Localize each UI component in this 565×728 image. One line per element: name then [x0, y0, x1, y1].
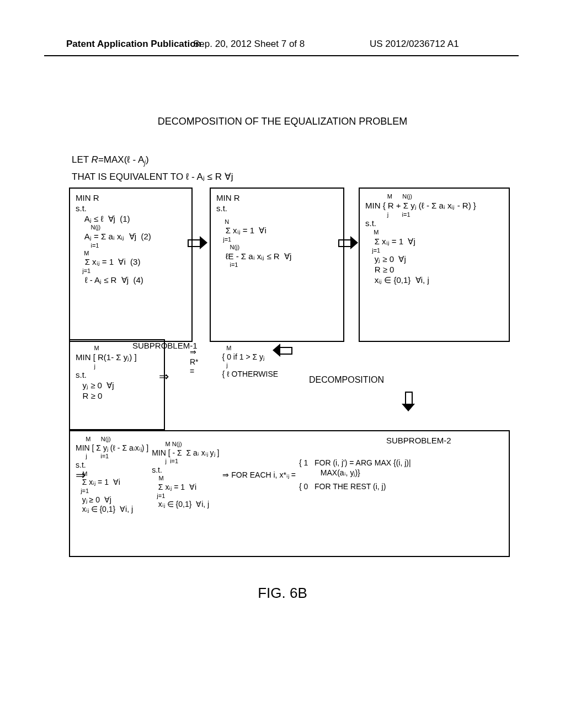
eq-text: MIN R — [216, 193, 338, 204]
header-right: US 2012/0236712 A1 — [370, 39, 459, 50]
arrow-right-icon — [188, 237, 204, 247]
implies-icon: ⇒ — [159, 370, 169, 384]
eq-text: R ≥ 0 — [365, 265, 503, 275]
eq-text: M N(j) — [76, 436, 148, 443]
eq-text: Σ xᵢⱼ = 1 ∀j — [365, 237, 503, 247]
figure-caption: FIG. 6B — [0, 585, 565, 602]
eq-text: j=1 — [76, 488, 148, 495]
sub2-col-2: M N(j) MIN [ - Σ Σ aᵢ xᵢⱼ yⱼ ] j i=1 s.t… — [152, 441, 219, 510]
formulation-box-3: M N(j) MIN { R + Σ yⱼ (ℓ - Σ aᵢ xᵢⱼ - R)… — [359, 188, 510, 342]
eq-text: j — [76, 363, 158, 371]
eq-text: R ≥ 0 — [76, 391, 158, 402]
eq-text: j=1 — [365, 247, 503, 255]
eq-text: N(j) — [76, 224, 186, 232]
eq-text: ℓE - Σ aᵢ xᵢⱼ ≤ R ∀j — [216, 251, 338, 262]
eq-text: MIN { R + Σ yⱼ (ℓ - Σ aᵢ xᵢⱼ - R) } — [365, 201, 503, 211]
eq-text: MIN [ R(1- Σ yⱼ) ] — [76, 352, 158, 363]
sub2-col-1: M N(j) MIN [ Σ yⱼ (ℓ - Σ aᵢxᵢⱼ) ] j i=1 … — [76, 436, 148, 515]
arrow-down-icon — [403, 392, 413, 410]
eq-text: s.t. — [76, 461, 148, 470]
implies-icon: ⇒ — [76, 468, 86, 483]
eq-text: xᵢⱼ ∈ {0,1} ∀i, j — [152, 500, 219, 510]
eq-text: MIN [ Σ yⱼ (ℓ - Σ aᵢxᵢⱼ) ] — [76, 443, 148, 453]
eq-text: s.t. — [76, 370, 158, 381]
eq-text: j=1 — [152, 493, 219, 500]
arrow-right-icon — [338, 237, 355, 247]
eq-text: M N(j) — [365, 193, 503, 201]
eq-text: ℓ - Aⱼ ≤ R ∀j (4) — [76, 275, 186, 286]
spacer — [299, 478, 411, 482]
sub2-col-3: ⇒ FOR EACH i, x*ᵢⱼ = { 1 FOR (i, j') = A… — [222, 458, 411, 492]
subproblem-2-box: M N(j) MIN [ Σ yⱼ (ℓ - Σ aᵢxᵢⱼ) ] j i=1 … — [69, 430, 510, 557]
eq-text: MAX(aᵢ, yⱼ)} — [299, 468, 411, 478]
eq-text: s.t. — [76, 204, 186, 214]
eq-text: { ℓ OTHERWISE — [203, 370, 279, 379]
decomposition-label: DECOMPOSITION — [309, 375, 384, 385]
eq-text: j i=1 — [76, 453, 148, 461]
eq-text: i=1 — [216, 261, 338, 269]
subproblem-1-left: M MIN [ R(1- Σ yⱼ) ] j s.t. yⱼ ≥ 0 ∀j R … — [69, 339, 165, 430]
header-left: Patent Application Publication — [66, 39, 201, 50]
eq-text: N — [216, 218, 338, 226]
definition-line-2: THAT IS EQUIVALENT TO ℓ - Aⱼ ≤ R ∀j — [72, 171, 233, 183]
eq-text: M N(j) — [152, 441, 219, 448]
eq-text: M — [76, 250, 186, 258]
eq-text: j i=1 — [152, 458, 219, 465]
header-rule — [44, 55, 519, 56]
eq-text: MIN R — [76, 193, 186, 204]
spacer — [216, 214, 338, 218]
eq-text: j — [203, 362, 279, 370]
formulation-box-2: MIN R s.t. N Σ xᵢⱼ = 1 ∀i j=1 N(j) ℓE - … — [210, 188, 344, 342]
header-center: Sep. 20, 2012 Sheet 7 of 8 — [193, 39, 305, 50]
eq-text: M — [203, 345, 279, 352]
eq-text: j=1 — [216, 236, 338, 244]
eq-text: yⱼ ≥ 0 ∀j — [365, 254, 503, 265]
eq-text: s.t. — [216, 204, 338, 214]
eq-text: Aⱼ = Σ aᵢ xᵢⱼ ∀j (2) — [76, 232, 186, 242]
eq-text: MIN [ - Σ Σ aᵢ xᵢⱼ yⱼ ] — [152, 448, 219, 458]
eq-text: j i=1 — [365, 211, 503, 219]
eq-text: ⇒ R* = — [188, 346, 201, 378]
eq-text: s.t. — [152, 465, 219, 475]
eq-text: j=1 — [76, 267, 186, 275]
subproblem-1-right: ⇒ R* = M { 0 if 1 > Σ yⱼ j { ℓ OTHERWISE — [182, 339, 276, 400]
eq-text: Σ xᵢⱼ = 1 ∀i — [76, 478, 148, 488]
eq-text: Aⱼ ≤ ℓ ∀j (1) — [76, 214, 186, 224]
eq-text: M — [76, 345, 158, 352]
eq-text: M — [76, 470, 148, 478]
definition-line-1: LET R=MAX(ℓ - Aj) — [72, 154, 149, 167]
eq-text: s.t. — [365, 218, 503, 229]
eq-text: yⱼ ≥ 0 ∀j — [76, 381, 158, 391]
eq-text: i=1 — [76, 242, 186, 250]
figure-title: DECOMPOSITION OF THE EQUALIZATION PROBLE… — [0, 116, 565, 127]
eq-text: M — [152, 475, 219, 483]
eq-text: M — [365, 229, 503, 237]
eq-text: N(j) — [216, 244, 338, 251]
eq-text: yⱼ ≥ 0 ∀j — [76, 495, 148, 505]
eq-text: Σ xᵢⱼ = 1 ∀i — [152, 483, 219, 493]
eq-text: { 0 if 1 > Σ yⱼ — [203, 352, 279, 362]
eq-text: ⇒ FOR EACH i, x*ᵢⱼ = — [222, 470, 296, 480]
eq-text: Σ xᵢⱼ = 1 ∀i — [216, 226, 338, 236]
eq-text: { 0 FOR THE REST (i, j) — [299, 482, 411, 492]
eq-text: xᵢⱼ ∈ {0,1} ∀i, j — [365, 275, 503, 286]
eq-text: Σ xᵢⱼ = 1 ∀i (3) — [76, 257, 186, 267]
formulation-box-1: MIN R s.t. Aⱼ ≤ ℓ ∀j (1) N(j) Aⱼ = Σ aᵢ … — [69, 188, 193, 342]
eq-text: { 1 FOR (i, j') = ARG MAX {(i, j)| — [299, 458, 411, 468]
eq-text: xᵢⱼ ∈ {0,1} ∀i, j — [76, 505, 148, 515]
